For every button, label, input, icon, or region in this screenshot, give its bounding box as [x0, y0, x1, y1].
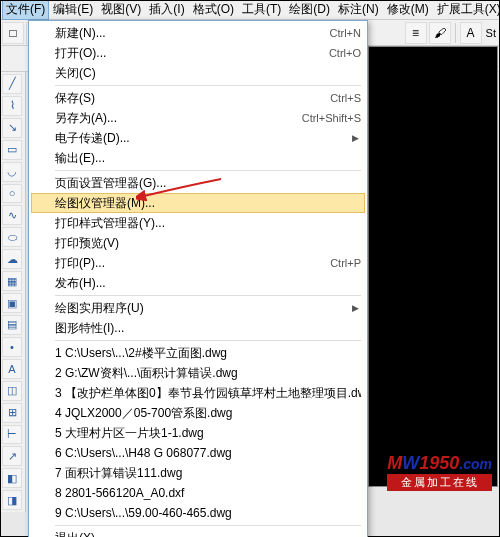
menu-item[interactable]: 5 大理村片区一片块1-1.dwg: [31, 423, 365, 443]
tool-table-icon[interactable]: ▤: [2, 315, 22, 335]
tool-hatch-icon[interactable]: ▦: [2, 271, 22, 291]
menu-item[interactable]: 输出(E)...: [31, 148, 365, 168]
menu-item-label: 退出(X): [55, 530, 361, 538]
menu-item[interactable]: 退出(X): [31, 528, 365, 537]
tool-new[interactable]: □: [2, 22, 24, 44]
menu-item[interactable]: 电子传递(D)...▶: [31, 128, 365, 148]
menu-item-label: 保存(S): [55, 90, 330, 107]
menu-7[interactable]: 标注(N): [334, 0, 383, 20]
menu-item[interactable]: 2 G:\ZW资料\...\面积计算错误.dwg: [31, 363, 365, 383]
tool-rect-icon[interactable]: ▭: [2, 140, 22, 160]
tool-line-icon[interactable]: ╱: [2, 74, 22, 94]
menu-item[interactable]: 页面设置管理器(G)...: [31, 173, 365, 193]
menu-5[interactable]: 工具(T): [238, 0, 285, 20]
tool-paint[interactable]: 🖌: [429, 22, 451, 44]
menu-item[interactable]: 新建(N)...Ctrl+N: [31, 23, 365, 43]
tool-text-icon[interactable]: A: [2, 359, 22, 379]
menu-item-label: 绘图实用程序(U): [55, 300, 361, 317]
submenu-arrow-icon: ▶: [352, 133, 359, 143]
menu-9[interactable]: 扩展工具(X): [433, 0, 500, 20]
menu-item-label: 电子传递(D)...: [55, 130, 361, 147]
file-dropdown-menu: 新建(N)...Ctrl+N打开(O)...Ctrl+O关闭(C)保存(S)Ct…: [28, 20, 368, 537]
tool-point-icon[interactable]: •: [2, 337, 22, 357]
menu-item-label: 新建(N)...: [55, 25, 330, 42]
menu-separator: [55, 85, 361, 86]
left-toolbar: ╱ ⌇ ↘ ▭ ◡ ○ ∿ ⬭ ☁ ▦ ▣ ▤ • A ◫ ⊞ ⊢ ↗ ◧ ◨: [0, 72, 26, 512]
menu-item-label: 8 2801-566120A_A0.dxf: [55, 486, 361, 500]
tool-circle-icon[interactable]: ○: [2, 184, 22, 204]
tool-misc1-icon[interactable]: ◧: [2, 468, 22, 488]
menu-item[interactable]: 打印预览(V): [31, 233, 365, 253]
menu-item-label: 3 【改护栏单体图0】奉节县竹园镇草坪村土地整理项目.dwg: [55, 385, 361, 402]
tool-polyline-icon[interactable]: ⌇: [2, 96, 22, 116]
drawing-canvas[interactable]: [368, 46, 498, 487]
menu-item-label: 5 大理村片区一片块1-1.dwg: [55, 425, 361, 442]
menu-item-label: 关闭(C): [55, 65, 361, 82]
menu-item-label: 另存为(A)...: [55, 110, 302, 127]
menu-item[interactable]: 4 JQLX2000／05-700管系图.dwg: [31, 403, 365, 423]
menu-shortcut: Ctrl+N: [330, 27, 361, 39]
tool-layers[interactable]: ≡: [405, 22, 427, 44]
submenu-arrow-icon: ▶: [352, 303, 359, 313]
menu-item[interactable]: 图形特性(I)...: [31, 318, 365, 338]
tool-arc-icon[interactable]: ◡: [2, 162, 22, 182]
tool-leader-icon[interactable]: ↗: [2, 446, 22, 466]
menu-item-label: 9 C:\Users\...\59.00-460-465.dwg: [55, 506, 361, 520]
tool-dim-icon[interactable]: ⊢: [2, 425, 22, 445]
menu-item-label: 2 G:\ZW资料\...\面积计算错误.dwg: [55, 365, 361, 382]
menu-item-label: 打印预览(V): [55, 235, 361, 252]
menu-shortcut: Ctrl+P: [330, 257, 361, 269]
menu-separator: [55, 340, 361, 341]
menubar: 文件(F)编辑(E)视图(V)插入(I)格式(O)工具(T)绘图(D)标注(N)…: [0, 0, 500, 20]
menu-3[interactable]: 插入(I): [145, 0, 188, 20]
menu-item[interactable]: 1 C:\Users\...\2#楼平立面图.dwg: [31, 343, 365, 363]
menu-item[interactable]: 6 C:\Users\...\H48 G 068077.dwg: [31, 443, 365, 463]
menu-item[interactable]: 绘图仪管理器(M)...: [31, 193, 365, 213]
menu-item[interactable]: 关闭(C): [31, 63, 365, 83]
menu-1[interactable]: 编辑(E): [49, 0, 97, 20]
tool-a[interactable]: A: [460, 22, 482, 44]
menu-item-label: 7 面积计算错误111.dwg: [55, 465, 361, 482]
tool-block-icon[interactable]: ◫: [2, 381, 22, 401]
menu-item-label: 绘图仪管理器(M)...: [55, 195, 361, 212]
menu-item[interactable]: 另存为(A)...Ctrl+Shift+S: [31, 108, 365, 128]
menu-item-label: 页面设置管理器(G)...: [55, 175, 361, 192]
tool-ray-icon[interactable]: ↘: [2, 118, 22, 138]
menu-item[interactable]: 打印样式管理器(Y)...: [31, 213, 365, 233]
menu-item-label: 打开(O)...: [55, 45, 329, 62]
style-label: St: [484, 27, 498, 39]
menu-separator: [55, 170, 361, 171]
menu-separator: [55, 295, 361, 296]
menu-item-label: 打印样式管理器(Y)...: [55, 215, 361, 232]
menu-0[interactable]: 文件(F): [2, 0, 49, 20]
menu-item[interactable]: 发布(H)...: [31, 273, 365, 293]
tool-region-icon[interactable]: ▣: [2, 293, 22, 313]
menu-item-label: 发布(H)...: [55, 275, 361, 292]
menu-shortcut: Ctrl+Shift+S: [302, 112, 361, 124]
menu-2[interactable]: 视图(V): [97, 0, 145, 20]
menu-shortcut: Ctrl+O: [329, 47, 361, 59]
tool-spline-icon[interactable]: ∿: [2, 205, 22, 225]
menu-8[interactable]: 修改(M): [383, 0, 433, 20]
tool-insert-icon[interactable]: ⊞: [2, 403, 22, 423]
tool-cloud-icon[interactable]: ☁: [2, 249, 22, 269]
tool-misc2-icon[interactable]: ◨: [2, 490, 22, 510]
menu-item[interactable]: 打印(P)...Ctrl+P: [31, 253, 365, 273]
menu-item-label: 6 C:\Users\...\H48 G 068077.dwg: [55, 446, 361, 460]
menu-item[interactable]: 保存(S)Ctrl+S: [31, 88, 365, 108]
watermark: MW1950.com 金属加工在线: [387, 453, 492, 491]
menu-item[interactable]: 绘图实用程序(U)▶: [31, 298, 365, 318]
menu-4[interactable]: 格式(O): [189, 0, 238, 20]
menu-item[interactable]: 打开(O)...Ctrl+O: [31, 43, 365, 63]
menu-item-label: 输出(E)...: [55, 150, 361, 167]
menu-item[interactable]: 3 【改护栏单体图0】奉节县竹园镇草坪村土地整理项目.dwg: [31, 383, 365, 403]
menu-separator: [55, 525, 361, 526]
menu-item[interactable]: 8 2801-566120A_A0.dxf: [31, 483, 365, 503]
menu-item-label: 打印(P)...: [55, 255, 330, 272]
menu-6[interactable]: 绘图(D): [285, 0, 334, 20]
menu-item[interactable]: 9 C:\Users\...\59.00-460-465.dwg: [31, 503, 365, 523]
menu-item[interactable]: 7 面积计算错误111.dwg: [31, 463, 365, 483]
tool-ellipse-icon[interactable]: ⬭: [2, 227, 22, 247]
menu-item-label: 图形特性(I)...: [55, 320, 361, 337]
menu-item-label: 4 JQLX2000／05-700管系图.dwg: [55, 405, 361, 422]
